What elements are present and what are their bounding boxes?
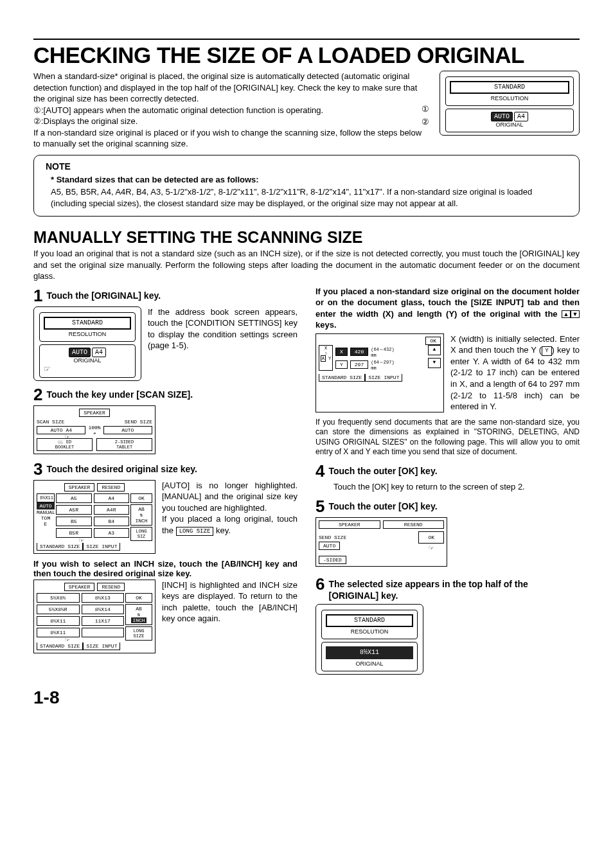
note-lead: * Standard sizes that can be detected ar… [51, 175, 259, 184]
note-body-text: A5, B5, B5R, A4, A4R, B4, A3, 5-1/2"x8-1… [51, 187, 532, 208]
columns: 1 Touch the [ORIGINAL] key. STANDARD RES… [33, 286, 580, 675]
step-1-num: 1 [33, 287, 42, 304]
step3-text1: [AUTO] is no longer highlighted. [MANUAL… [162, 480, 298, 514]
intro-p2: If a non-standard size original is place… [33, 127, 428, 150]
step-6: 6 The selected size appears in the top h… [315, 576, 580, 601]
heading-manual-setting: MANUALLY SETTING THE SCANNING SIZE [33, 228, 580, 247]
intro-p1: When a standard-size* original is placed… [33, 71, 428, 105]
right-text-top: X (width) is initially selected. Enter X… [450, 333, 580, 412]
step-4: 4 Touch the outer [OK] key. [315, 463, 580, 479]
left-column: 1 Touch the [ORIGINAL] key. STANDARD RES… [33, 286, 298, 675]
lcd-original-label: ORIGINAL [450, 121, 569, 128]
panel-size-input: OK X↕A Y X420(64～432) mm Y297(64～297) mm… [315, 333, 444, 412]
lcd-figure-top: STANDARD RESOLUTION AUTO A4 ORIGINAL ① ② [440, 71, 580, 150]
step-1-title: Touch the [ORIGINAL] key. [46, 287, 161, 301]
lcd-resolution-label: RESOLUTION [450, 95, 569, 102]
up-arrow-icon: ▲ [562, 310, 571, 318]
touch-finger-icon: ☞ [65, 432, 69, 442]
step3-sub: If you wish to select an INCH size, touc… [33, 559, 298, 578]
down-button: ▼ [428, 358, 441, 368]
step4-text: Touch the [OK] key to return to the scre… [315, 482, 580, 492]
callout-1: ① [422, 104, 429, 114]
h2-para: If you load an original that is not a st… [33, 248, 580, 282]
lcd-standard: STANDARD [450, 81, 569, 94]
step3-text4: [INCH] is highlighted and INCH size keys… [162, 580, 298, 653]
step-2: 2 Touch the key under [SCAN SIZE]. [33, 386, 298, 403]
right-text3: If you frequently send documents that ar… [315, 418, 580, 457]
lcd-step6: STANDARD RESOLUTION 8½X11 ORIGINAL [315, 604, 423, 675]
note-heading: NOTE [43, 161, 73, 173]
lcd1-standard: STANDARD [44, 317, 131, 330]
step-3: 3 Touch the desired original size key. [33, 461, 298, 477]
panel-step3b: SPEAKER RESEND 5½X8½ 8½X13 5½X8½R 8½X14 … [33, 580, 155, 653]
touch-finger-icon: ☞ [79, 536, 84, 545]
note-box: NOTE * Standard sizes that can be detect… [33, 155, 580, 217]
step-1-text: If the address book screen appears, touc… [148, 306, 298, 381]
panel-step3a: SPEAKER RESEND 8½X11 AUTO MANUAL TOM E A… [33, 480, 155, 554]
panel-step2: SPEAKER SCAN SIZE SEND SIZE AUTO A4 100%… [33, 405, 155, 454]
right-lead: If you placed a non-standard size origin… [315, 286, 580, 331]
right-column: If you placed a non-standard size origin… [315, 286, 580, 675]
up-button: ▲ [428, 345, 441, 355]
callout-2: ② [422, 117, 429, 127]
step-1: 1 Touch the [ORIGINAL] key. [33, 287, 298, 304]
panel-step5: SPEAKER RESEND SEND SIZE AUTO OK ☞ -SIDE… [315, 517, 447, 567]
intro-text: When a standard-size* original is placed… [33, 71, 428, 150]
lcd-step1: STANDARD RESOLUTION AUTO A4 ORIGINAL ☞ [33, 306, 141, 381]
intro-b2: ②:Displays the original size. [33, 116, 428, 127]
intro-b1: ①:[AUTO] appears when the automatic orig… [33, 105, 428, 116]
touch-finger-icon: ☞ [44, 364, 51, 373]
lcd-auto-pill: AUTO [491, 112, 513, 121]
touch-finger-icon: ☞ [65, 635, 69, 645]
down-arrow-icon: ▼ [571, 310, 580, 318]
touch-finger-icon: ☞ [429, 544, 434, 553]
page-title: CHECKING THE SIZE OF A LOADED ORIGINAL [33, 39, 580, 68]
step3-text2: If you placed a long original, touch the… [162, 513, 298, 536]
intro-section: When a standard-size* original is placed… [33, 71, 580, 150]
page-number: 1-8 [33, 687, 580, 708]
lcd-a4-pill: A4 [514, 112, 528, 121]
step-5: 5 Touch the outer [OK] key. [315, 498, 580, 515]
